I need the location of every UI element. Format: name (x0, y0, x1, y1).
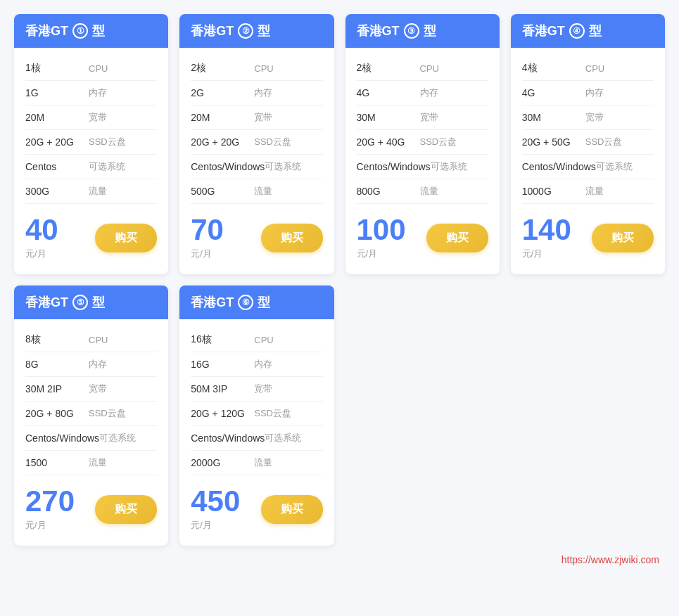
card-2-spec-row-5: 500G流量 (191, 179, 322, 204)
card-4-spec-label-2: 宽带 (585, 111, 604, 124)
card-2-price-container: 70元/月 (191, 215, 224, 260)
card-6-spec-label-0: CPU (254, 335, 273, 345)
card-1-type-suffix: 型 (92, 23, 105, 39)
card-4-spec-label-1: 内存 (585, 86, 604, 99)
card-1-spec-label-4: 可选系统 (89, 160, 125, 173)
card-1-spec-row-3: 20G + 20GSSD云盘 (25, 130, 157, 155)
card-2-spec-value-2: 20M (191, 112, 254, 123)
card-6: 香港GT⑥型16核CPU16G内存50M 3IP宽带20G + 120GSSD云… (179, 285, 334, 546)
card-4-spec-row-1: 4G内存 (522, 81, 654, 105)
card-2-spec-label-5: 流量 (254, 185, 272, 198)
card-2-buy-button[interactable]: 购买 (261, 224, 323, 252)
card-1-spec-value-4: Centos (25, 161, 89, 172)
card-4-spec-value-2: 30M (522, 112, 585, 123)
card-1-spec-value-5: 300G (25, 186, 89, 197)
card-5: 香港GT⑤型8核CPU8G内存30M 2IP宽带20G + 80GSSD云盘Ce… (14, 285, 168, 546)
card-4-type-suffix: 型 (589, 23, 602, 39)
card-1-spec-row-4: Centos可选系统 (25, 155, 157, 179)
card-6-spec-value-5: 2000G (191, 457, 254, 468)
card-4-price: 140 (522, 215, 571, 245)
card-2-body: 2核CPU2G内存20M宽带20G + 20GSSD云盘Centos/Windo… (179, 48, 334, 274)
card-6-spec-row-5: 2000G流量 (191, 451, 322, 475)
card-1-price-unit: 元/月 (25, 248, 58, 260)
card-2-spec-value-1: 2G (191, 87, 254, 98)
card-3-spec-row-4: Centos/Windows可选系统 (357, 155, 488, 179)
card-4-type-num: ④ (569, 23, 585, 39)
card-6-buy-button[interactable]: 购买 (261, 495, 323, 524)
card-3-spec-row-1: 4G内存 (357, 81, 488, 105)
card-3-buy-button[interactable]: 购买 (426, 224, 488, 252)
card-5-spec-value-2: 30M 2IP (25, 383, 89, 394)
card-6-spec-label-1: 内存 (254, 358, 272, 371)
card-2-spec-row-2: 20M宽带 (191, 105, 322, 130)
card-4-price-unit: 元/月 (522, 248, 571, 260)
card-2-header: 香港GT②型 (179, 14, 334, 48)
card-3-price: 100 (357, 215, 406, 245)
card-4-spec-row-3: 20G + 50GSSD云盘 (522, 130, 654, 155)
card-5-buy-button[interactable]: 购买 (95, 495, 157, 524)
card-2-spec-value-5: 500G (191, 186, 254, 197)
card-3-spec-value-5: 800G (357, 186, 420, 197)
card-2-spec-row-0: 2核CPU (191, 56, 322, 81)
card-2-spec-value-3: 20G + 20G (191, 136, 254, 148)
card-4-spec-value-0: 4核 (522, 62, 585, 75)
card-1-buy-button[interactable]: 购买 (95, 224, 157, 252)
card-1: 香港GT①型1核CPU1G内存20M宽带20G + 20GSSD云盘Centos… (14, 14, 168, 274)
card-6-spec-row-3: 20G + 120GSSD云盘 (191, 402, 322, 426)
card-4-buy-button[interactable]: 购买 (592, 224, 654, 252)
card-2-price-row: 70元/月购买 (191, 204, 322, 266)
card-3-spec-label-3: SSD云盘 (420, 136, 457, 148)
card-2-price-unit: 元/月 (191, 248, 224, 260)
card-5-type-num: ⑤ (72, 295, 88, 310)
card-1-body: 1核CPU1G内存20M宽带20G + 20GSSD云盘Centos可选系统30… (14, 48, 168, 274)
card-4-title: 香港GT (522, 23, 565, 39)
card-3-type-num: ③ (404, 23, 419, 39)
card-4-spec-row-0: 4核CPU (522, 56, 654, 81)
card-1-spec-label-0: CPU (89, 63, 108, 74)
card-5-header: 香港GT⑤型 (14, 285, 168, 319)
card-5-price: 270 (25, 487, 75, 516)
card-6-spec-row-0: 16核CPU (191, 328, 322, 352)
card-4-spec-row-2: 30M宽带 (522, 105, 654, 130)
card-6-spec-row-1: 16G内存 (191, 352, 322, 377)
card-3-price-container: 100元/月 (357, 215, 406, 260)
card-5-spec-value-3: 20G + 80G (25, 408, 89, 419)
card-5-spec-row-2: 30M 2IP宽带 (25, 377, 157, 402)
card-5-spec-row-3: 20G + 80GSSD云盘 (25, 402, 157, 426)
card-5-price-row: 270元/月购买 (25, 475, 157, 537)
card-1-spec-label-3: SSD云盘 (89, 136, 126, 148)
card-5-spec-label-0: CPU (89, 335, 108, 345)
card-4-spec-value-3: 20G + 50G (522, 136, 585, 148)
card-2-spec-row-1: 2G内存 (191, 81, 322, 105)
card-6-type-num: ⑥ (238, 295, 253, 310)
card-1-spec-label-2: 宽带 (89, 111, 107, 124)
card-6-spec-value-3: 20G + 120G (191, 408, 254, 419)
card-4-spec-label-4: 可选系统 (596, 160, 633, 173)
card-1-spec-value-0: 1核 (25, 62, 89, 75)
card-3-spec-row-5: 800G流量 (357, 179, 488, 204)
card-3-price-unit: 元/月 (357, 248, 406, 260)
card-3-type-suffix: 型 (424, 23, 436, 39)
card-5-price-unit: 元/月 (25, 519, 75, 532)
card-1-header: 香港GT①型 (14, 14, 168, 48)
card-6-spec-label-2: 宽带 (254, 383, 272, 395)
card-3-spec-value-3: 20G + 40G (357, 136, 420, 148)
card-5-spec-value-5: 1500 (25, 457, 89, 468)
card-6-spec-label-5: 流量 (254, 456, 272, 469)
card-1-title: 香港GT (25, 23, 68, 39)
card-6-body: 16核CPU16G内存50M 3IP宽带20G + 120GSSD云盘Cento… (179, 319, 334, 546)
card-2-spec-row-3: 20G + 20GSSD云盘 (191, 130, 322, 155)
card-2-spec-label-0: CPU (254, 63, 273, 74)
card-6-price-unit: 元/月 (191, 519, 240, 532)
card-4-spec-label-3: SSD云盘 (585, 136, 623, 148)
card-1-spec-row-0: 1核CPU (25, 56, 157, 81)
card-2-spec-row-4: Centos/Windows可选系统 (191, 155, 322, 179)
card-6-type-suffix: 型 (258, 294, 270, 311)
card-2-type-suffix: 型 (258, 23, 270, 39)
card-5-spec-row-1: 8G内存 (25, 352, 157, 377)
card-2-price: 70 (191, 215, 224, 245)
card-3-body: 2核CPU4G内存30M宽带20G + 40GSSD云盘Centos/Windo… (345, 48, 500, 274)
card-6-header: 香港GT⑥型 (179, 285, 334, 319)
card-5-spec-row-0: 8核CPU (25, 328, 157, 352)
card-4-spec-value-4: Centos/Windows (522, 161, 596, 172)
